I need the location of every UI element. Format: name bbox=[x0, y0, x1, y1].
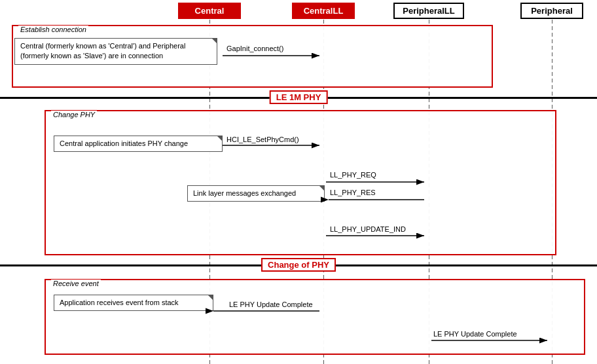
lifeline-header-peripheral: Peripheral bbox=[520, 3, 583, 19]
lifeline-header-central: Central bbox=[178, 3, 241, 19]
section-receive-event: Receive event bbox=[45, 279, 585, 355]
section-change-phy: Change PHY bbox=[45, 110, 556, 255]
label-le-phy-update-central: LE PHY Update Complete bbox=[229, 300, 313, 308]
divider-change-of-phy-label: Change of PHY bbox=[261, 258, 336, 272]
divider-le1m-label: LE 1M PHY bbox=[270, 90, 328, 104]
note-connection: Central (formerly known as 'Central') an… bbox=[14, 38, 217, 65]
note-ll-messages: Link layer messages exchanged bbox=[187, 185, 325, 202]
section-establish-label: Establish connection bbox=[18, 26, 88, 33]
label-ll-phy-res: LL_PHY_RES bbox=[330, 189, 376, 196]
label-ll-phy-update: LL_PHY_UPDATE_IND bbox=[330, 225, 406, 233]
label-le-phy-update-peripheral: LE PHY Update Complete bbox=[433, 330, 517, 338]
lifeline-header-peripheralll: PeripheralLL bbox=[393, 3, 464, 19]
lifeline-header-centralll: CentralLL bbox=[292, 3, 355, 19]
note-receive-event: Application receives event from stack bbox=[54, 295, 213, 311]
section-change-phy-label: Change PHY bbox=[51, 111, 97, 118]
sequence-diagram: Central CentralLL PeripheralLL Periphera… bbox=[0, 0, 597, 364]
label-gapinit: GapInit_connect() bbox=[226, 45, 283, 52]
note-phy-change: Central application initiates PHY change bbox=[54, 136, 223, 152]
section-receive-event-label: Receive event bbox=[51, 280, 101, 287]
label-hci-set-phy: HCI_LE_SetPhyCmd() bbox=[226, 136, 299, 143]
label-ll-phy-req: LL_PHY_REQ bbox=[330, 171, 376, 179]
